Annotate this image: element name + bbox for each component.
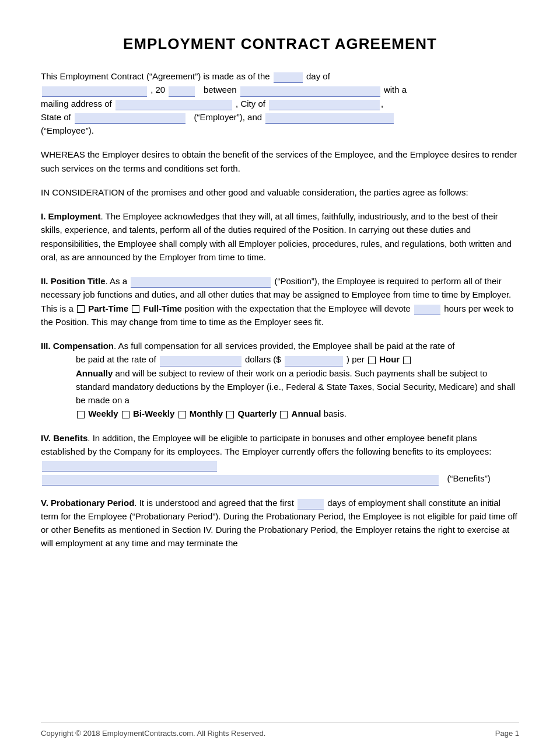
label-monthly: Monthly <box>190 409 223 418</box>
section-IV-text2: (“Benefits”) <box>447 473 491 483</box>
section-V-label: V. <box>41 498 51 508</box>
field-probation-days[interactable] <box>298 499 324 509</box>
whereas-paragraph: WHEREAS the Employer desires to obtain t… <box>41 148 519 175</box>
label-annual: Annual <box>292 409 321 418</box>
section-III-text5: basis. <box>324 409 346 418</box>
section-III-text2: dollars ($ <box>245 354 281 364</box>
section-II-parttime: Part-Time <box>88 303 128 313</box>
section-I-title: Employment <box>48 211 101 221</box>
label-hour: Hour <box>379 354 400 364</box>
section-IV-title: Benefits <box>53 433 88 443</box>
section-IV-text1: . In addition, the Employee will be elig… <box>41 433 491 456</box>
section-II-label: II. <box>41 276 51 286</box>
section-II-text1: . As a <box>106 276 128 286</box>
section-V: V. Probationary Period. It is understood… <box>41 496 519 550</box>
field-party1[interactable] <box>240 86 380 97</box>
checkbox-annual[interactable] <box>280 411 288 418</box>
checkbox-quarterly[interactable] <box>226 411 234 418</box>
checkbox-biweekly[interactable] <box>122 411 130 418</box>
section-III-text1: . As full compensation for all services … <box>114 341 455 351</box>
intro-line1-before: This Employment Contract (“Agreement”) i… <box>41 71 270 81</box>
field-city[interactable] <box>269 100 380 110</box>
section-V-text1: . It is understood and agreed that the f… <box>134 498 294 508</box>
intro-paragraph: This Employment Contract (“Agreement”) i… <box>41 69 519 137</box>
field-day[interactable] <box>274 72 303 83</box>
field-state[interactable] <box>75 113 186 124</box>
section-I: I. Employment. The Employee acknowledges… <box>41 210 519 264</box>
section-IV-label: IV. <box>41 433 53 443</box>
field-mailing-address[interactable] <box>116 100 232 110</box>
footer-page: Page 1 <box>495 729 519 738</box>
label-biweekly: Bi-Weekly <box>133 409 174 418</box>
section-III-text3: ) per <box>346 354 365 364</box>
section-V-title: Probationary Period <box>51 498 134 508</box>
section-III-title: Compensation <box>53 341 114 351</box>
document-page: EMPLOYMENT CONTRACT AGREEMENT This Emplo… <box>0 0 560 754</box>
checkbox-monthly[interactable] <box>178 411 186 418</box>
label-quarterly: Quarterly <box>238 409 277 418</box>
checkbox-part-time[interactable] <box>77 305 85 313</box>
field-dollars[interactable] <box>285 356 343 366</box>
checkbox-annually[interactable] <box>403 357 411 364</box>
field-year[interactable] <box>169 86 195 97</box>
section-II-text3: position with the expectation that the E… <box>184 303 411 313</box>
section-III-text4: and will be subject to review of their w… <box>76 368 515 406</box>
compensation-details: be paid at the rate of dollars ($ ) per … <box>76 352 519 420</box>
footer-copyright: Copyright © 2018 EmploymentContracts.com… <box>41 729 265 738</box>
section-II-fulltime: Full-Time <box>143 303 181 313</box>
page-footer: Copyright © 2018 EmploymentContracts.com… <box>41 722 519 738</box>
checkbox-hour[interactable] <box>368 357 376 364</box>
field-benefits2[interactable] <box>42 475 439 486</box>
field-position-title[interactable] <box>131 277 271 288</box>
label-weekly: Weekly <box>88 409 118 418</box>
field-hours-per-week[interactable] <box>414 305 440 315</box>
section-III: III. Compensation. As full compensation … <box>41 339 519 421</box>
field-benefits1[interactable] <box>42 461 217 472</box>
field-employee-name[interactable] <box>265 113 394 124</box>
checkbox-full-time[interactable] <box>132 305 139 313</box>
label-annually: Annually <box>76 368 113 378</box>
section-II: II. Position Title. As a (“Position”), t… <box>41 274 519 329</box>
section-IV: IV. Benefits. In addition, the Employee … <box>41 431 519 486</box>
consideration-paragraph: IN CONSIDERATION of the promises and oth… <box>41 186 519 199</box>
section-II-title: Position Title <box>51 276 106 286</box>
checkbox-weekly[interactable] <box>77 411 85 418</box>
section-I-label: I. <box>41 211 48 221</box>
section-III-label: III. <box>41 341 53 351</box>
document-title: EMPLOYMENT CONTRACT AGREEMENT <box>41 35 519 53</box>
field-rate[interactable] <box>160 356 242 366</box>
section-I-text: . The Employee acknowledges that they wi… <box>41 211 512 262</box>
field-month-year[interactable] <box>42 86 147 97</box>
section-III-text1b: be paid at the rate of <box>76 354 156 364</box>
